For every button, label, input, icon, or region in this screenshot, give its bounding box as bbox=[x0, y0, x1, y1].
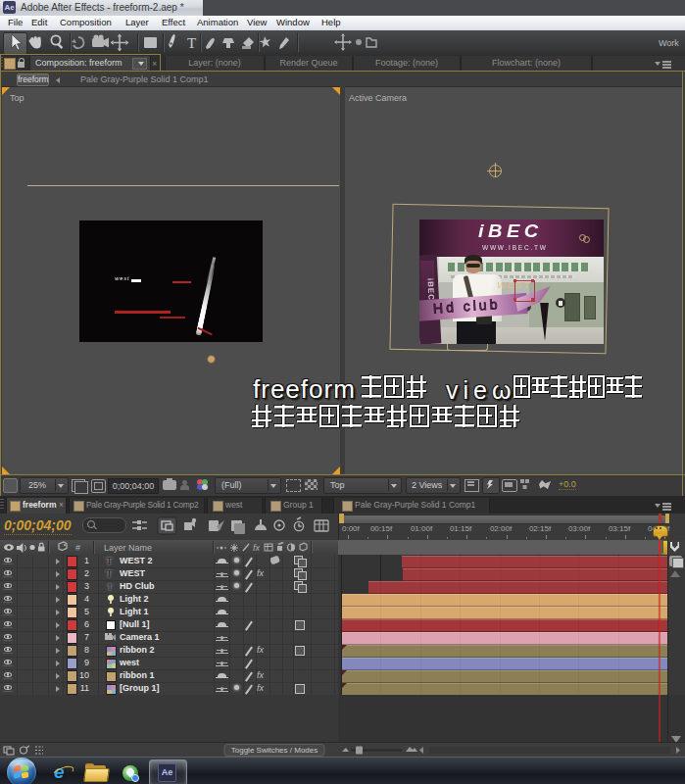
svg-text:Work: Work bbox=[659, 38, 679, 48]
svg-text:T: T bbox=[187, 35, 196, 51]
svg-text:Toggle Switches / Modes: Toggle Switches / Modes bbox=[231, 746, 318, 755]
svg-text:fx: fx bbox=[253, 543, 261, 553]
svg-text:#: # bbox=[75, 543, 80, 553]
svg-text:Layer Name: Layer Name bbox=[104, 543, 152, 553]
